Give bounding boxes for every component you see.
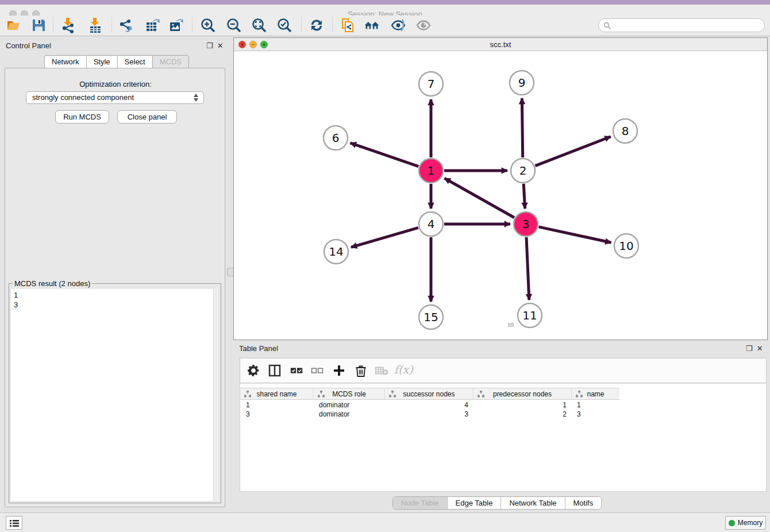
list-menu-icon	[10, 519, 19, 527]
table-panel-title: Table Panel	[239, 344, 278, 353]
node-1[interactable]: 1	[419, 159, 443, 183]
result-scrollbar[interactable]	[213, 289, 219, 501]
edge-3-10[interactable]	[538, 227, 611, 242]
edge-3-11[interactable]	[526, 237, 529, 300]
memory-button[interactable]: Memory	[725, 516, 766, 530]
show-all-icon[interactable]	[415, 17, 432, 33]
node-2[interactable]: 2	[511, 159, 535, 183]
select-all-icon[interactable]	[290, 364, 303, 377]
cell-predecessor-nodes: 2	[473, 410, 571, 419]
edge-1-6[interactable]	[351, 143, 419, 167]
network-window-titlebar[interactable]: x − + scc.txt	[234, 38, 767, 51]
column-header-successor-nodes[interactable]: successor nodes	[384, 388, 473, 400]
node-label: 14	[329, 245, 343, 259]
control-panel-float-icon[interactable]: ❒	[206, 42, 213, 50]
control-panel-title: Control Panel	[6, 41, 51, 50]
column-type-icon	[389, 391, 396, 398]
column-label: predecessor nodes	[493, 390, 552, 398]
column-label: name	[587, 390, 604, 398]
optimization-criterion-select[interactable]: strongly connected component	[26, 91, 204, 104]
node-label: 4	[428, 217, 435, 231]
deselect-all-icon[interactable]	[310, 364, 324, 377]
search-input[interactable]	[598, 18, 765, 32]
import-network-icon[interactable]	[60, 17, 76, 33]
column-header-name[interactable]: name	[571, 388, 619, 400]
node-label: 9	[518, 76, 526, 90]
open-file-icon[interactable]	[6, 17, 22, 33]
tab-network[interactable]: Network	[44, 55, 86, 68]
panel-menu-button[interactable]	[6, 516, 22, 530]
tab-select[interactable]: Select	[117, 55, 152, 68]
tab-network-table[interactable]: Network Table	[500, 497, 564, 509]
add-row-icon[interactable]	[332, 364, 346, 377]
export-network-icon[interactable]	[118, 17, 134, 33]
close-panel-button[interactable]: Close panel	[117, 110, 177, 124]
delete-table-icon[interactable]	[375, 364, 388, 377]
node-14[interactable]: 14	[324, 240, 348, 264]
zoom-in-icon[interactable]	[200, 17, 216, 33]
hide-selected-icon[interactable]	[390, 17, 406, 33]
table-panel-float-icon[interactable]: ❒	[746, 345, 753, 353]
column-header-predecessor-nodes[interactable]: predecessor nodes	[473, 388, 571, 400]
node-4[interactable]: 4	[419, 212, 443, 236]
canvas-scroll-grip[interactable]	[508, 323, 514, 327]
table-settings-icon[interactable]	[247, 364, 260, 377]
column-header-MCDS-role[interactable]: MCDS role	[313, 388, 384, 400]
export-table-icon[interactable]	[145, 17, 161, 33]
window-top-edge	[0, 0, 770, 5]
refresh-icon[interactable]	[309, 17, 325, 33]
cell-predecessor-nodes: 1	[473, 400, 571, 410]
zoom-selected-icon[interactable]	[276, 17, 292, 33]
memory-status-icon	[729, 520, 735, 526]
control-panel-close-icon[interactable]: ✕	[217, 42, 224, 50]
node-6[interactable]: 6	[324, 126, 348, 150]
column-header-shared-name[interactable]: shared name	[240, 388, 313, 400]
node-8[interactable]: 8	[613, 119, 637, 143]
edge-2-3[interactable]	[523, 184, 525, 209]
mcds-panel: Optimization criterion: strongly connect…	[5, 68, 225, 507]
network-canvas[interactable]: 7968124314101511	[234, 51, 767, 340]
delete-row-icon[interactable]	[354, 364, 368, 377]
window-titlebar: Session: New Session	[0, 5, 770, 16]
edge-4-14[interactable]	[351, 228, 418, 247]
save-session-icon[interactable]	[30, 17, 47, 33]
mcds-result-list[interactable]: 1 3	[11, 289, 213, 501]
column-label: successor nodes	[403, 390, 455, 398]
zoom-fit-icon[interactable]	[251, 17, 267, 33]
tab-motifs[interactable]: Motifs	[565, 497, 602, 509]
column-type-icon	[576, 391, 583, 398]
clone-network-icon[interactable]	[340, 17, 356, 33]
edge-2-8[interactable]	[535, 137, 610, 166]
node-table[interactable]: shared nameMCDS rolesuccessor nodesprede…	[240, 384, 767, 492]
column-type-icon	[318, 391, 325, 398]
main-toolbar	[0, 16, 770, 36]
first-neighbors-icon[interactable]	[364, 17, 380, 33]
node-label: 7	[428, 77, 435, 91]
cell-successor-nodes: 4	[384, 400, 473, 410]
node-7[interactable]: 7	[419, 72, 443, 96]
tab-style[interactable]: Style	[86, 55, 117, 68]
tab-edge-table[interactable]: Edge Table	[447, 497, 501, 509]
network-view-window: x − + scc.txt 7968124314101511	[233, 37, 768, 340]
edge-2-9[interactable]	[522, 98, 522, 157]
run-mcds-button[interactable]: Run MCDS	[55, 110, 109, 124]
edge-3-1[interactable]	[445, 178, 514, 217]
table-toolbar: f(x)	[240, 358, 767, 383]
node-11[interactable]: 11	[518, 303, 542, 327]
zoom-out-icon[interactable]	[226, 17, 242, 33]
export-image-icon[interactable]	[168, 17, 184, 33]
mcds-result-group: MCDS result (2 nodes) 1 3	[9, 283, 221, 503]
tab-node-table[interactable]: Node Table	[393, 497, 447, 509]
import-table-icon[interactable]	[87, 17, 103, 33]
cell-shared-name: 1	[240, 400, 313, 410]
node-label: 2	[519, 164, 527, 178]
node-9[interactable]: 9	[510, 71, 534, 95]
node-3[interactable]: 3	[514, 212, 538, 236]
cell-successor-nodes: 3	[384, 410, 473, 419]
apply-function-icon[interactable]: f(x)	[394, 363, 413, 376]
node-15[interactable]: 15	[419, 305, 443, 329]
tab-mcds[interactable]: MCDS	[152, 55, 189, 68]
node-10[interactable]: 10	[614, 234, 638, 258]
table-panel-close-icon[interactable]: ✕	[757, 345, 763, 353]
show-columns-icon[interactable]	[268, 364, 282, 377]
